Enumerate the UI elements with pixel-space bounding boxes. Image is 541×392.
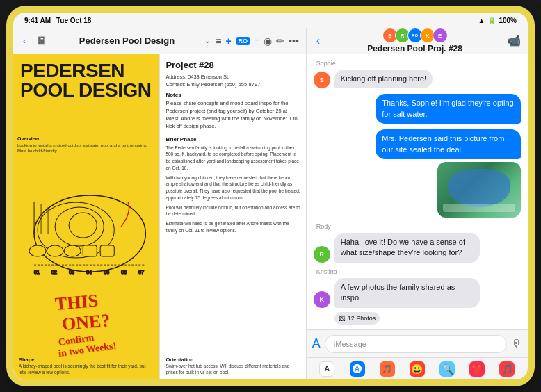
facetime-button[interactable]: 📹 — [507, 34, 521, 47]
message-row-received-1: S Kicking off planning here! — [314, 70, 521, 88]
yellow-document: PEDERSEN POOL DESIGN Project #28 Address… — [13, 54, 306, 379]
split-view: ‹ 📓 Pedersen Pool Design ⌄ ≡ + RO ↑ ◉ ✏ … — [13, 28, 528, 379]
brief-text-3: Pool will definitely include hot tub, bu… — [165, 204, 300, 218]
avatar-extra: E — [433, 28, 448, 43]
message-row-sent-2: Mrs. Pedersen said this picture from our… — [314, 129, 521, 159]
notes-text: Please share concepts and mood board ins… — [165, 99, 300, 131]
message-group-kristina: Kristina K A few photos the family share… — [314, 268, 521, 325]
messages-list[interactable]: Sophie S Kicking off planning here! Than… — [307, 54, 528, 329]
list-icon[interactable]: ≡ — [216, 35, 221, 47]
svg-rect-0 — [13, 164, 159, 282]
toolbar-icons: ≡ + RO ↑ ◉ ✏ ••• — [216, 35, 299, 47]
add-icon[interactable]: + — [225, 35, 231, 47]
message-input[interactable]: iMessage — [325, 335, 507, 353]
status-bar: 9:41 AM Tue Oct 18 ▲ 🔋 100% — [13, 13, 528, 28]
notes-toolbar: ‹ 📓 Pedersen Pool Design ⌄ ≡ + RO ↑ ◉ ✏ … — [13, 28, 306, 54]
bubble-rody: Haha, love it! Do we have a sense of wha… — [334, 233, 480, 263]
orientation-area: Orientation Swim-over hot tub access. Wi… — [159, 352, 305, 379]
pool-sketch-svg: 01 02 03 04 05 06 07 — [13, 154, 159, 293]
orientation-text: Swim-over hot tub access. Will discuss d… — [165, 363, 300, 375]
overview-text: Looking to install a n-sized outdoor sal… — [17, 142, 155, 154]
markup-icon[interactable]: ✏ — [276, 35, 284, 47]
svg-text:04: 04 — [86, 270, 92, 275]
shape-area: Shape A kidney-shaped pool is seemingly … — [13, 352, 159, 379]
battery-icon: 🔋 — [487, 17, 496, 24]
messages-back-button[interactable]: ‹ — [314, 33, 323, 49]
app-icon-a[interactable]: A — [319, 361, 334, 377]
svg-text:05: 05 — [104, 270, 109, 275]
notes-pane: ‹ 📓 Pedersen Pool Design ⌄ ≡ + RO ↑ ◉ ✏ … — [13, 28, 307, 379]
project-address: Address: 5433 Emerson St. — [165, 73, 300, 81]
doc-title-area: PEDERSEN POOL DESIGN — [13, 54, 159, 133]
ipad-screen: 9:41 AM Tue Oct 18 ▲ 🔋 100% ‹ 📓 Pedersen… — [13, 13, 528, 379]
avatar-msg-sophie: S — [314, 72, 330, 88]
brief-text-4: Estimate will need to be generated after… — [165, 220, 300, 234]
mic-button[interactable]: 🎙 — [511, 338, 522, 350]
avatar-msg-kristina: K — [314, 291, 330, 308]
svg-point-18 — [64, 245, 81, 256]
back-button[interactable]: ‹ — [20, 35, 29, 47]
brief-text-2: With two young children, they have reque… — [165, 174, 300, 202]
more-icon[interactable]: ••• — [289, 35, 299, 47]
message-row-rody: R Haha, love it! Do we have a sense of w… — [314, 233, 521, 263]
doc-title: Pedersen Pool Design — [55, 35, 200, 46]
message-placeholder: iMessage — [334, 340, 366, 348]
messages-pane: ‹ S R RO K E Pedersen Pool Proj. #28 📹 — [307, 28, 528, 379]
svg-rect-20 — [100, 245, 114, 256]
notes-label: Notes — [165, 92, 300, 98]
notebook-icon: 📓 — [34, 35, 49, 47]
orientation-title: Orientation — [165, 357, 300, 363]
message-row-kristina: K A few photos the family shared as insp… — [314, 278, 521, 308]
message-group-sent-2: Mrs. Pedersen said this picture from our… — [314, 129, 521, 218]
photos-label-row: 🖼 12 Photos — [314, 311, 521, 325]
tools-icon[interactable]: ◉ — [264, 35, 272, 47]
svg-text:02: 02 — [51, 270, 57, 275]
photos-count[interactable]: 🖼 12 Photos — [334, 312, 380, 325]
share-icon[interactable]: ↑ — [255, 35, 259, 47]
bubble-sent-1: Thanks, Sophie! I'm glad they're opting … — [376, 94, 521, 124]
messages-title-area: S R RO K E Pedersen Pool Proj. #28 — [325, 28, 504, 54]
pool-sketch-area: Overview Looking to install a n-sized ou… — [13, 133, 159, 352]
project-number: Project #28 — [165, 60, 300, 70]
svg-text:01: 01 — [34, 270, 40, 275]
message-group-sent-1: Thanks, Sophie! I'm glad they're opting … — [314, 94, 521, 124]
brief-phase-area: Brief Phase The Pedersen family is looki… — [159, 133, 305, 352]
avatar-msg-rody: R — [314, 246, 330, 263]
status-time: 9:41 AM — [24, 17, 51, 24]
messages-title: Pedersen Pool Proj. #28 — [325, 44, 504, 54]
app-icon-audio[interactable]: 🎵 — [380, 361, 395, 377]
document-content: PEDERSEN POOL DESIGN Project #28 Address… — [13, 54, 306, 379]
app-icon-search[interactable]: 🔍 — [439, 361, 455, 377]
main-title: PEDERSEN POOL DESIGN — [20, 61, 154, 100]
overview-title: Overview — [17, 136, 155, 141]
message-group-rody: Rody R Haha, love it! Do we have a sense… — [314, 223, 521, 263]
battery-level: 100% — [499, 17, 517, 24]
svg-text:06: 06 — [121, 270, 127, 275]
sender-kristina: Kristina — [314, 268, 521, 275]
ro-badge: RO — [236, 37, 251, 45]
shape-title: Shape — [19, 357, 154, 363]
sender-rody: Rody — [314, 223, 521, 230]
ipad-frame: 9:41 AM Tue Oct 18 ▲ 🔋 100% ‹ 📓 Pedersen… — [6, 6, 535, 386]
shape-text: A kidney-shaped pool is seemingly the be… — [19, 363, 154, 375]
app-icon-heart[interactable]: ❤️ — [469, 361, 485, 377]
project-contact: Contact: Emily Pedersen (650) 555-8797 — [165, 81, 300, 88]
apps-button[interactable]: A — [312, 336, 321, 351]
status-day: Tue Oct 18 — [56, 17, 91, 24]
app-icon-music[interactable]: 🎵 — [499, 361, 515, 377]
brief-text-1: The Pedersen family is looking to instal… — [165, 145, 300, 172]
photo-row — [314, 162, 521, 218]
wifi-icon: ▲ — [478, 17, 485, 24]
sender-sophie: Sophie — [314, 60, 521, 67]
photos-icon: 🖼 — [339, 315, 345, 322]
brief-phase-title: Brief Phase — [165, 136, 300, 142]
app-icon-stickers[interactable]: 😀 — [410, 361, 425, 377]
message-group-sophie: Sophie S Kicking off planning here! — [314, 60, 521, 88]
svg-point-17 — [47, 245, 63, 256]
app-icon-appstore[interactable]: 🅐 — [350, 361, 365, 377]
project-info-area: Project #28 Address: 5433 Emerson St. Co… — [159, 54, 305, 133]
messages-toolbar: ‹ S R RO K E Pedersen Pool Proj. #28 📹 — [307, 28, 528, 54]
chevron-down-icon[interactable]: ⌄ — [204, 37, 210, 44]
pool-photo — [437, 162, 521, 218]
bubble-received-1: Kicking off planning here! — [334, 70, 433, 88]
